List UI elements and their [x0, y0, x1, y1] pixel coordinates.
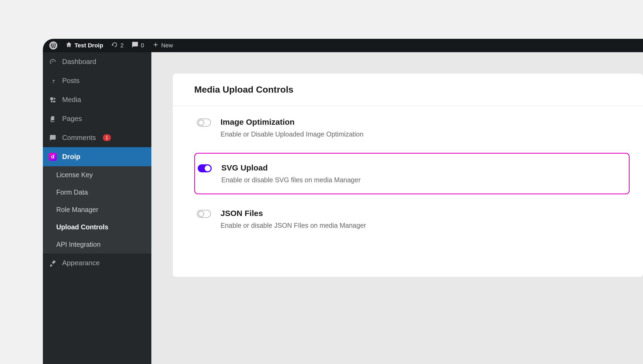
droip-submenu: License Key Form Data Role Manager Uploa…: [43, 166, 151, 253]
brush-icon: [49, 259, 57, 267]
pin-icon: [49, 77, 57, 84]
main-content: Media Upload Controls Image Optimization…: [151, 52, 643, 364]
setting-description: Enable or Disable Uploaded Image Optimiz…: [220, 130, 364, 138]
settings-list: Image Optimization Enable or Disable Upl…: [173, 106, 643, 241]
dashboard-icon: [49, 58, 57, 66]
sidebar-item-dashboard[interactable]: Dashboard: [43, 52, 151, 71]
home-icon: [65, 41, 72, 50]
setting-title: SVG Upload: [221, 163, 361, 172]
setting-title: Image Optimization: [220, 117, 364, 127]
toggle-knob: [198, 120, 204, 126]
comments-badge: 1: [103, 134, 111, 141]
sidebar-item-appearance[interactable]: Appearance: [43, 253, 151, 272]
comments-link[interactable]: 0: [129, 41, 147, 50]
new-content-link[interactable]: New: [149, 41, 176, 50]
admin-bar: Test Droip 2 0 New: [43, 39, 643, 52]
sidebar-item-pages[interactable]: Pages: [43, 109, 151, 128]
toggle-knob: [205, 165, 211, 171]
setting-description: Enable or disable SVG files on media Man…: [221, 176, 361, 184]
sidebar-item-label: Comments: [62, 134, 96, 142]
submenu-item-upload-controls[interactable]: Upload Controls: [43, 218, 151, 236]
setting-description: Enable or disable JSON FIles on media Ma…: [220, 222, 366, 229]
submenu-item-api-integration[interactable]: API Integration: [43, 236, 151, 253]
site-home-link[interactable]: Test Droip: [63, 41, 106, 50]
pages-icon: [49, 115, 57, 122]
sidebar-item-label: Posts: [62, 77, 80, 85]
sidebar-item-comments[interactable]: Comments 1: [43, 128, 151, 147]
comment-icon: [132, 41, 139, 50]
setting-title: JSON Files: [220, 209, 366, 218]
card-header: Media Upload Controls: [173, 74, 643, 106]
submenu-item-label: Upload Controls: [56, 223, 108, 231]
submenu-item-label: Role Manager: [56, 206, 98, 213]
plus-icon: [152, 41, 159, 50]
sidebar-item-label: Media: [62, 96, 81, 104]
card-title: Media Upload Controls: [194, 84, 622, 95]
site-name: Test Droip: [74, 42, 103, 49]
toggle-image-optimization[interactable]: [197, 119, 211, 127]
refresh-icon: [111, 41, 118, 50]
setting-row-json-files: JSON Files Enable or disable JSON FIles …: [194, 197, 630, 241]
sidebar-item-media[interactable]: Media: [43, 90, 151, 109]
wp-logo-menu[interactable]: [47, 41, 60, 50]
submenu-item-label: API Integration: [56, 241, 100, 248]
comments-count: 0: [141, 42, 144, 49]
media-icon: [49, 96, 57, 104]
submenu-item-license-key[interactable]: License Key: [43, 166, 151, 184]
settings-card: Media Upload Controls Image Optimization…: [173, 74, 643, 277]
comment-icon: [49, 134, 57, 141]
setting-text: Image Optimization Enable or Disable Upl…: [220, 117, 364, 138]
sidebar-item-label: Appearance: [62, 259, 100, 267]
app-window: Test Droip 2 0 New Dashboard: [43, 39, 643, 364]
setting-row-svg-upload: SVG Upload Enable or disable SVG files o…: [194, 153, 630, 194]
sidebar-item-label: Dashboard: [62, 58, 96, 66]
submenu-item-label: License Key: [56, 171, 93, 179]
setting-text: JSON Files Enable or disable JSON FIles …: [220, 209, 366, 229]
toggle-json-files[interactable]: [197, 210, 211, 218]
sidebar-item-label: Pages: [62, 115, 82, 123]
droip-icon: d: [49, 153, 57, 161]
submenu-item-form-data[interactable]: Form Data: [43, 184, 151, 201]
toggle-knob: [198, 211, 204, 217]
sidebar-item-droip[interactable]: d Droip: [43, 147, 151, 166]
sidebar-item-label: Droip: [62, 153, 80, 161]
setting-text: SVG Upload Enable or disable SVG files o…: [221, 163, 361, 184]
updates-link[interactable]: 2: [109, 41, 126, 50]
updates-count: 2: [120, 42, 124, 49]
sidebar-item-posts[interactable]: Posts: [43, 71, 151, 90]
submenu-item-role-manager[interactable]: Role Manager: [43, 201, 151, 218]
toggle-svg-upload[interactable]: [198, 164, 212, 172]
submenu-item-label: Form Data: [56, 188, 88, 196]
new-label: New: [161, 42, 173, 49]
wordpress-logo-icon: [49, 41, 57, 50]
admin-sidebar: Dashboard Posts Media Pages Comments 1: [43, 52, 151, 364]
setting-row-image-optimization: Image Optimization Enable or Disable Upl…: [194, 106, 630, 150]
